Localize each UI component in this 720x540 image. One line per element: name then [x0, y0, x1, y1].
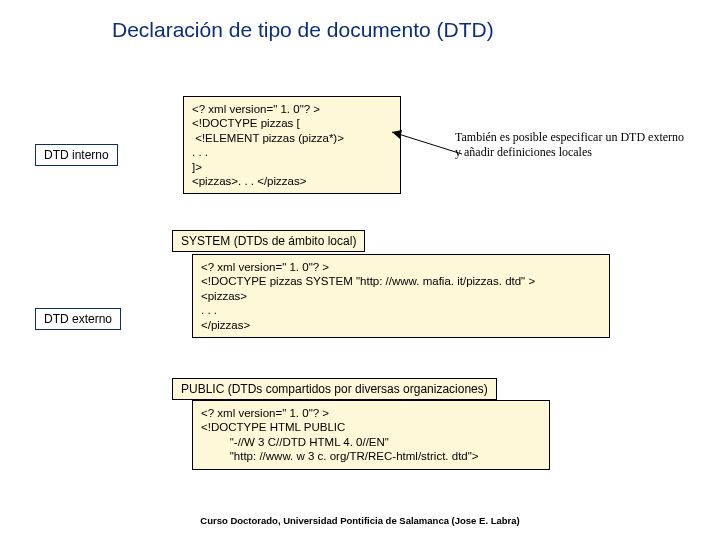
- svg-marker-1: [392, 130, 402, 139]
- footer-text: Curso Doctorado, Universidad Pontificia …: [0, 515, 720, 526]
- svg-line-0: [392, 132, 462, 154]
- code-block-system: <? xml version=" 1. 0"? > <!DOCTYPE pizz…: [192, 254, 610, 338]
- code-block-public: <? xml version=" 1. 0"? > <!DOCTYPE HTML…: [192, 400, 550, 470]
- section-system: SYSTEM (DTDs de ámbito local): [172, 230, 365, 252]
- label-dtd-externo: DTD externo: [35, 308, 121, 330]
- section-public: PUBLIC (DTDs compartidos por diversas or…: [172, 378, 497, 400]
